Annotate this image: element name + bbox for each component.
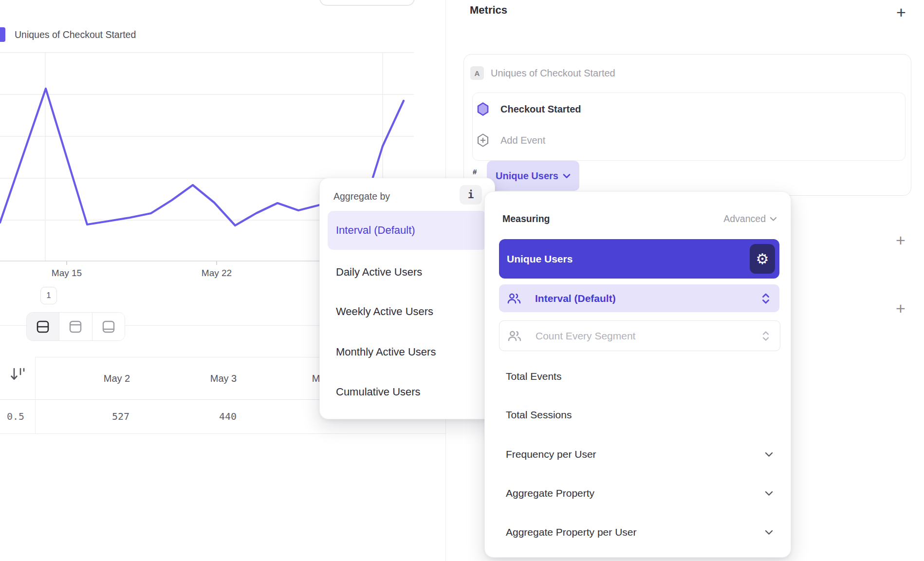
menu-item-label: Interval (Default) [336,211,415,250]
measuring-title: Measuring [502,213,550,224]
table-cell-may-2[interactable]: 527 [92,409,150,424]
measuring-popover: Measuring Advanced Unique Users ⚙ Interv… [484,191,791,558]
legend-color-chip [0,27,5,42]
menu-item-interval-default[interactable]: Interval (Default) [328,211,487,250]
chevron-down-icon [765,530,773,535]
x-tick-may-22: May 22 [187,268,246,279]
page-number-badge[interactable]: 1 [40,287,57,304]
menu-item-aggregate-property-per-user[interactable]: Aggregate Property per User [506,525,636,540]
chevron-down-icon [765,491,773,496]
aggregate-by-title: Aggregate by [333,191,390,202]
metric-name[interactable]: Uniques of Checkout Started [491,66,615,80]
interval-default-label: Interval (Default) [535,293,616,304]
chevron-down-icon [770,217,777,222]
menu-item-total-sessions[interactable]: Total Sessions [506,408,572,422]
table-header-may-3[interactable]: May 3 [194,371,253,386]
unique-users-selected-button[interactable]: Unique Users ⚙ [499,239,779,279]
count-every-segment-row[interactable]: Count Every Segment [499,320,780,351]
menu-item-aggregate-property[interactable]: Aggregate Property [506,486,594,501]
add-filter-button[interactable]: + [891,229,910,251]
add-event-button[interactable]: Add Event [500,133,545,147]
add-breakdown-button[interactable]: + [891,297,910,319]
gear-icon: ⚙ [756,250,769,267]
x-tick-may-15: May 15 [37,268,96,279]
event-hexagon-icon [477,102,489,116]
metrics-panel-title: Metrics [470,4,507,17]
table-cell-may-3[interactable]: 440 [199,409,257,424]
unfold-icon [761,293,771,304]
chart-top-view-button[interactable] [59,313,92,340]
table-col-border [35,357,36,433]
menu-item-weekly-active-users[interactable]: Weekly Active Users [336,304,433,319]
users-icon [507,330,522,342]
add-event-icon [477,133,489,147]
unique-users-chip-label: Unique Users [496,170,558,182]
layout-toggle-group [26,312,125,341]
info-icon[interactable]: i [460,185,482,205]
table-bottom-view-icon [101,319,116,334]
unique-users-label: Unique Users [507,239,573,279]
unique-users-chip[interactable]: Unique Users [487,161,579,191]
chart-top-view-icon [68,319,83,334]
chevron-down-icon [765,452,773,457]
menu-item-frequency-per-user[interactable]: Frequency per User [506,447,596,462]
table-header-may-2[interactable]: May 2 [88,371,146,386]
advanced-label: Advanced [723,213,766,224]
split-view-icon [36,319,50,334]
table-row-label: 0.5 [0,409,24,424]
sort-descending-icon[interactable] [10,366,27,385]
chevron-down-icon [563,173,571,179]
insights-report-page: Uniques of Checkout Started May 15 May 2… [0,0,924,561]
toolbar-pill-partial[interactable] [319,0,415,6]
add-metric-button[interactable]: + [892,1,910,23]
measure-type-symbol: # [473,168,477,176]
gear-button[interactable]: ⚙ [750,244,775,274]
advanced-toggle[interactable]: Advanced [723,213,777,224]
legend-series-label: Uniques of Checkout Started [15,27,136,42]
menu-item-total-events[interactable]: Total Events [506,369,561,384]
event-name[interactable]: Checkout Started [500,102,581,116]
split-view-button[interactable] [27,313,59,340]
aggregate-by-popover: Aggregate by i Interval (Default) Daily … [319,178,495,419]
unfold-icon [761,331,770,341]
count-every-segment-label: Count Every Segment [536,330,635,342]
metric-letter-badge: A [470,66,484,80]
menu-item-cumulative-users[interactable]: Cumulative Users [336,384,421,400]
interval-default-row[interactable]: Interval (Default) [499,284,779,312]
table-bottom-view-button[interactable] [92,313,125,340]
menu-item-daily-active-users[interactable]: Daily Active Users [336,264,422,280]
table-row-border [0,433,445,434]
users-icon [507,292,521,305]
menu-item-monthly-active-users[interactable]: Monthly Active Users [336,344,436,360]
